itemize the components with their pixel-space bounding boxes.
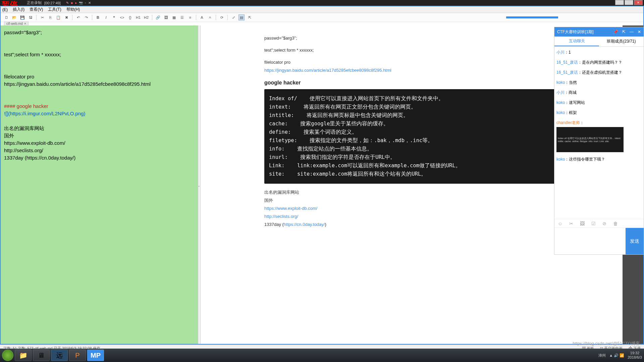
expand-icon[interactable]: ▫	[85, 1, 86, 5]
image-chat-icon[interactable]: 🖼	[580, 221, 585, 226]
link-icon[interactable]: 🔗	[155, 14, 161, 20]
window-controls: — ❐ ✕	[615, 0, 643, 5]
paste-icon[interactable]: 📋	[55, 14, 61, 20]
explorer-icon[interactable]: 📁	[15, 350, 32, 361]
preview-link[interactable]: https://cn.0day.today/	[284, 222, 325, 227]
tray-date: 2018/6/3	[628, 355, 642, 360]
table-icon[interactable]: ▦	[171, 14, 177, 20]
minimize-button[interactable]: —	[615, 0, 624, 5]
trash-icon[interactable]: 🗑	[613, 221, 618, 226]
chat-input[interactable]	[554, 228, 626, 254]
tab-close-icon[interactable]: ×	[24, 22, 26, 25]
preview-link[interactable]: https://www.exploit-db.com/	[264, 206, 317, 211]
recording-controls: ✎ ■ ● 📷 ▫ ✕	[66, 1, 91, 5]
stop-icon[interactable]: ●	[75, 1, 77, 5]
chat-image[interactable]: Index of/ 使用它可以直接进入网站首页下的所有文件... intext:…	[556, 127, 624, 152]
watermark: https://blog.csdn.net/@51CTO博客	[573, 341, 640, 347]
menu-tools[interactable]: 工具(T)	[48, 7, 61, 12]
block-icon[interactable]: ⊘	[602, 221, 606, 226]
menu-view[interactable]: 查看(V)	[30, 7, 43, 12]
preview-link[interactable]: https://jingyan.baidu.com/article/a17d52…	[264, 68, 391, 73]
save-as-icon[interactable]: 🖫	[28, 14, 34, 20]
font-down-icon[interactable]: A	[207, 14, 213, 20]
copy-icon[interactable]: ⎘	[47, 14, 53, 20]
pin-icon[interactable]: 📌	[613, 29, 618, 34]
quote-icon[interactable]: ❝	[111, 14, 117, 20]
check-icon[interactable]: ☑	[591, 221, 596, 226]
preview-toggle-icon[interactable]: ▤	[238, 14, 245, 20]
h2-icon[interactable]: H2	[143, 14, 149, 20]
file-tab[interactable]: ctf-web.md ×	[4, 21, 29, 25]
code-icon[interactable]: <>	[119, 14, 125, 20]
font-up-icon[interactable]: A	[199, 14, 205, 20]
tray-time: 19:32	[628, 351, 642, 355]
cut-icon[interactable]: ✂	[39, 14, 45, 20]
tab-chat[interactable]: 互动聊天	[554, 37, 599, 46]
preview-line: 国外	[264, 197, 559, 204]
chat-message: koko：当然	[556, 79, 642, 85]
ol-icon[interactable]: ≡	[187, 14, 193, 20]
ppt-icon[interactable]: P	[69, 350, 86, 361]
accent-tab	[506, 16, 558, 18]
new-file-icon[interactable]: 🗋	[3, 14, 9, 20]
tab-bar: ctf-web.md ×	[1, 21, 643, 25]
chat-message: 小川：1	[556, 49, 642, 55]
preview-line: test";select form * xxxxxx;	[264, 47, 559, 54]
image-icon[interactable]: 🖼	[163, 14, 169, 20]
redo-icon[interactable]: ↷	[83, 14, 89, 20]
send-button[interactable]: 发送	[626, 228, 644, 254]
recording-time: [00:27:49]	[44, 1, 61, 5]
preview-line: filelocator pro	[264, 59, 559, 66]
italic-icon[interactable]: I	[103, 14, 109, 20]
edit-icon[interactable]: ✎	[66, 1, 69, 5]
preview-link[interactable]: http://seclists.org/	[264, 214, 298, 219]
recording-status: 正在录制	[27, 0, 42, 5]
menu-edit[interactable]: (E)	[2, 7, 8, 12]
code-block: Index of/ 使用它可以直接进入网站首页下的所有文件和文件夹中。 inte…	[264, 89, 559, 184]
chat-message: koko：速写网站	[556, 100, 642, 106]
undo-icon[interactable]: ↶	[75, 14, 81, 20]
min-icon[interactable]: —	[630, 29, 634, 34]
chat-input-area: 发送	[554, 228, 644, 254]
chat-panel: CTF大赛特训班[1期] 📌 ⇱ — ✕ 互动聊天 班期成员(23/71) 小川…	[554, 27, 644, 255]
preview-line: passwd="$arg3";	[264, 35, 559, 42]
delete-icon[interactable]: ✖	[63, 14, 69, 20]
menu-insert[interactable]: 插入(I)	[13, 7, 24, 12]
taskbar: 📁 🖥 远 P MP 漳州 ▲ 🔊 📶 19:32 2018/6/3	[0, 349, 644, 362]
preview-heading: google hacker	[264, 80, 559, 86]
chat-messages: 小川：116_51_废话：是在内网里搭建吗？？16_51_废话：还是在虚拟机里搭…	[554, 47, 644, 219]
vm-icon[interactable]: 🖥	[33, 350, 50, 361]
emoji-icon[interactable]: ☺	[558, 221, 562, 226]
camera-icon[interactable]: 📷	[79, 1, 83, 5]
chat-message: 16_51_废话：还是在虚拟机里搭建？	[556, 69, 642, 75]
list-icon[interactable]: ☰	[179, 14, 185, 20]
tab-members[interactable]: 班期成员(23/71)	[599, 37, 644, 46]
chat-message: koko：这些指令哪里下哦？	[556, 156, 642, 162]
split-view: passwd="$arg3"; test";select form * xxxx…	[1, 25, 643, 344]
save-icon[interactable]: 💾	[19, 14, 25, 20]
codeblock-icon[interactable]: {}	[127, 14, 133, 20]
app1-icon[interactable]: 远	[51, 350, 68, 361]
export-icon[interactable]: ⇱	[247, 14, 253, 20]
tray-icons[interactable]: ▲ 🔊 📶	[609, 353, 624, 358]
close-chat-icon[interactable]: ✕	[638, 29, 641, 34]
h1-icon[interactable]: H1	[135, 14, 141, 20]
popout-icon[interactable]: ⇱	[622, 29, 626, 34]
menu-help[interactable]: 帮助(H)	[66, 7, 80, 12]
open-icon[interactable]: 📂	[11, 14, 17, 20]
maximize-button[interactable]: ❐	[625, 0, 633, 5]
tray-location: 漳州	[598, 353, 606, 358]
toolbar: 🗋 📂 💾 🖫 ✂ ⎘ 📋 ✖ ↶ ↷ B I ❝ <> {} H1 H2 🔗 …	[1, 13, 643, 22]
preview-line: 出名的漏洞库网站	[264, 189, 559, 196]
close-rec-icon[interactable]: ✕	[88, 1, 91, 5]
bold-icon[interactable]: B	[95, 14, 101, 20]
mp-icon[interactable]: MP	[87, 350, 104, 361]
close-button[interactable]: ✕	[634, 0, 643, 5]
markdown-editor[interactable]: passwd="$arg3"; test";select form * xxxx…	[1, 25, 198, 344]
scissors-icon[interactable]: ✂	[569, 221, 573, 226]
refresh-icon[interactable]: ⟳	[219, 14, 225, 20]
splitter[interactable]	[198, 25, 201, 344]
record-icon[interactable]: ■	[71, 1, 73, 5]
start-button[interactable]	[2, 350, 13, 361]
expand-icon[interactable]: ⤢	[230, 14, 236, 20]
